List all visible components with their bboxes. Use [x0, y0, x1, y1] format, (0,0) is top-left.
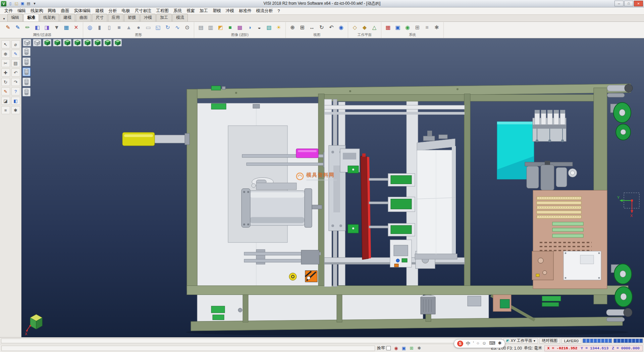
iso-view-2-icon[interactable]	[53, 39, 61, 46]
clipboard-icon[interactable]: ▤	[11, 59, 20, 67]
menu-item[interactable]: 模流分析	[254, 7, 275, 14]
ime-keyboard-icon[interactable]: ⌨	[489, 341, 495, 347]
lighting-icon[interactable]: ☀	[274, 23, 283, 32]
select-icon[interactable]: ↖	[1, 40, 10, 48]
sweep-icon[interactable]: ∿	[173, 23, 182, 32]
slab-icon[interactable]: ▭	[144, 23, 153, 32]
zoom-all-icon[interactable]: ⊕	[288, 23, 297, 32]
wireframe-mode-icon[interactable]: ▤	[197, 23, 205, 32]
menu-item[interactable]: 实体编辑	[72, 7, 93, 14]
menu-item[interactable]: 建模	[93, 7, 106, 14]
shaded-mode-icon[interactable]: ◩	[216, 23, 225, 32]
face-filter-icon[interactable]: ◧	[33, 23, 42, 32]
measure-icon[interactable]: ⌀	[11, 40, 20, 48]
trim-icon[interactable]: ✂	[1, 59, 10, 67]
menu-item[interactable]: ?	[275, 8, 282, 14]
menu-item[interactable]: 标准件	[236, 7, 254, 14]
color-table-icon[interactable]: ▦	[384, 23, 392, 32]
shadow-icon[interactable]: ◒	[255, 23, 264, 32]
view-front-icon[interactable]	[33, 39, 41, 46]
menu-item[interactable]: 文件	[2, 7, 15, 14]
new-file-icon[interactable]: ▯	[8, 1, 13, 6]
save-icon[interactable]: ▣	[20, 1, 25, 6]
transparency-icon[interactable]: ◑	[245, 23, 254, 32]
body-filter-2-icon[interactable]	[22, 57, 31, 66]
close-button[interactable]: ✕	[634, 1, 643, 6]
edge-filter-icon[interactable]: ◨	[43, 23, 51, 32]
workplane-standard-icon[interactable]: ◇	[351, 23, 359, 32]
cad-3d-scene[interactable]	[21, 38, 644, 337]
app-icon[interactable]: V	[1, 1, 6, 6]
reset-filter-icon[interactable]: ✕	[72, 23, 80, 32]
menu-item[interactable]: 系统	[171, 7, 184, 14]
camera-icon[interactable]: ◉	[393, 345, 399, 352]
zoom-tool-icon[interactable]: ⊕	[1, 50, 10, 58]
view-top-icon[interactable]	[23, 39, 31, 46]
view-mode-indicator[interactable]: 绝对视图	[539, 338, 560, 344]
menu-item[interactable]: 加工	[197, 7, 210, 14]
workplane-indicator[interactable]: ◩ XY 工作平面 ▾	[503, 338, 538, 344]
menu-item[interactable]: 电极	[119, 7, 132, 14]
ribbon-tab[interactable]: 曲面	[76, 14, 91, 21]
tabbar-chevron-icon[interactable]: ▾	[1, 17, 7, 21]
lock-checkbox[interactable]	[386, 346, 391, 350]
menu-item[interactable]: 视窗	[184, 7, 197, 14]
cone-icon[interactable]: ▲	[124, 23, 133, 32]
move-icon[interactable]: ✚	[1, 69, 10, 77]
ribbon-tab[interactable]: 尺寸	[92, 14, 107, 21]
ime-emoji-icon[interactable]: ☺	[482, 341, 486, 347]
grid-icon[interactable]: ⊞	[413, 23, 422, 32]
hidden-line-mode-icon[interactable]: ▥	[206, 23, 215, 32]
menu-item[interactable]: 塑模	[210, 7, 223, 14]
sogou-logo-icon[interactable]: S	[457, 341, 463, 347]
selection-filter-icon[interactable]: ▼	[52, 23, 61, 32]
zoom-window-icon[interactable]: ⊞	[298, 23, 307, 32]
menu-item[interactable]: 线架构	[28, 7, 46, 14]
ime-punct-icon[interactable]: ’	[473, 341, 474, 347]
maximize-button[interactable]: □	[624, 1, 633, 6]
box-icon[interactable]: ■	[115, 23, 123, 32]
menu-item[interactable]: 工程图	[154, 7, 171, 14]
ribbon-tab[interactable]: 编辑	[7, 14, 23, 21]
list-icon[interactable]: ≡	[423, 23, 431, 32]
body-filter-3-icon[interactable]	[22, 68, 31, 76]
settings-tool-icon[interactable]: ✱	[11, 106, 20, 114]
active-layer-indicator[interactable]: LAYER0	[561, 338, 581, 344]
options-icon[interactable]: ✱	[432, 23, 441, 32]
background-icon[interactable]: ▧	[265, 23, 273, 32]
layer-color-bar[interactable]	[583, 339, 612, 343]
annotate-icon[interactable]: ✎	[11, 50, 20, 58]
line-style-bar[interactable]	[613, 339, 643, 343]
ime-fullwidth-icon[interactable]: ○	[477, 341, 479, 347]
ribbon-tab[interactable]: 线架构	[40, 14, 59, 21]
menu-item[interactable]: 曲面	[59, 7, 72, 14]
rotate-view-icon[interactable]: ↻	[317, 23, 326, 32]
body-filter-4-icon[interactable]	[22, 78, 31, 86]
ribbon-tab[interactable]: 塑膜	[124, 14, 140, 21]
iso-view-6-icon[interactable]	[93, 39, 102, 46]
layers-tray-icon[interactable]: ⊞	[408, 345, 415, 352]
menu-item[interactable]: 编辑	[15, 7, 28, 14]
revolve-icon[interactable]: ↻	[163, 23, 172, 32]
tube-icon[interactable]: ▯	[105, 23, 114, 32]
body-filter-5-icon[interactable]	[22, 88, 31, 96]
copy-attributes-icon[interactable]: ✎	[13, 23, 22, 32]
extrude-icon[interactable]: ◱	[154, 23, 162, 32]
3d-viewport[interactable]: X Y X 模具资料网	[21, 38, 644, 337]
toolbar-options-icon[interactable]: ▾	[32, 1, 37, 6]
palette-icon[interactable]: ◧	[11, 97, 20, 105]
previous-view-icon[interactable]: ↶	[327, 23, 336, 32]
workplane-3point-icon[interactable]: ◆	[360, 23, 369, 32]
body-filter-1-icon[interactable]	[22, 47, 31, 56]
ribbon-tab[interactable]: 冲模	[140, 14, 156, 21]
visibility-icon[interactable]: ◉	[337, 23, 345, 32]
info-icon[interactable]: ?	[11, 87, 20, 95]
edit-attributes-icon[interactable]: ✎	[4, 23, 12, 32]
ribbon-tab[interactable]: 模流	[172, 14, 188, 21]
ribbon-tab[interactable]: 应用	[108, 14, 123, 21]
iso-view-7-icon[interactable]	[103, 39, 112, 46]
snapshot-icon[interactable]: ◉	[403, 23, 412, 32]
sphere-icon[interactable]: ●	[134, 23, 143, 32]
iso-view-3-icon[interactable]	[63, 39, 71, 46]
print-icon[interactable]: ▤	[26, 1, 31, 6]
